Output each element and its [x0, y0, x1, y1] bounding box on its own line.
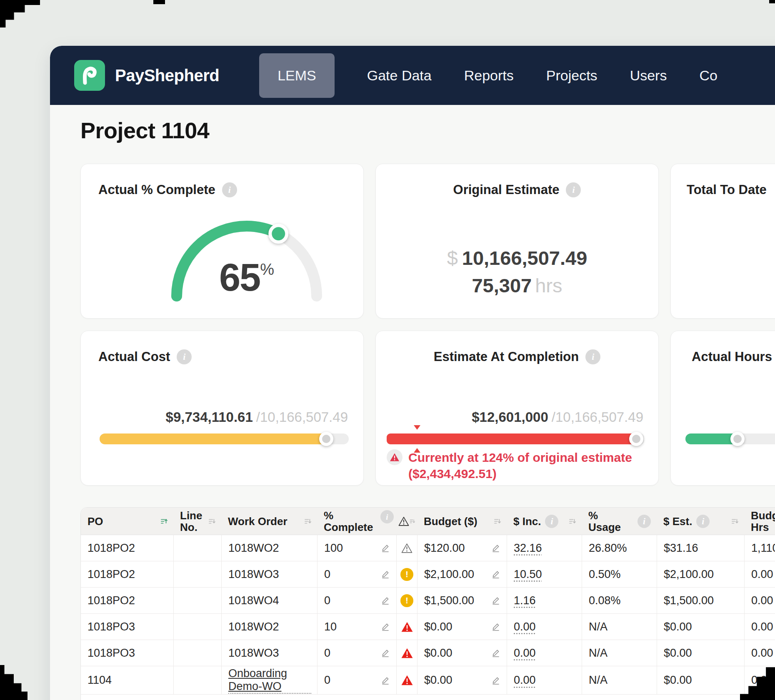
- gauge-knob[interactable]: [270, 225, 287, 242]
- table-row[interactable]: 1018PO3 1018WO2 10 $0.00 0.00 N/A $0.00 …: [81, 614, 775, 640]
- card-estimate-at-completion: Estimate At Completion $12,601,000/10,16…: [375, 331, 659, 486]
- col-header-percent-complete[interactable]: % Complete: [317, 508, 396, 535]
- cell-line-no: [173, 640, 221, 666]
- nav-item-lems[interactable]: LEMS: [259, 53, 335, 98]
- table-row[interactable]: 1018PO2 1018WO4 0 ! $1,500.00 1.16 0.08%…: [81, 588, 775, 614]
- cell-est: $0.00: [657, 666, 744, 694]
- cell-line-no: [173, 666, 221, 694]
- top-nav: PayShepherd LEMS Gate Data Reports Proje…: [50, 46, 775, 105]
- edit-pencil-icon[interactable]: [491, 675, 501, 685]
- card-title-original-estimate: Original Estimate: [453, 182, 560, 197]
- info-icon[interactable]: [177, 349, 192, 364]
- col-header-budg-hrs[interactable]: Budg Hrs: [744, 508, 775, 535]
- table-row[interactable]: 1104 Onboarding Demo-WO 0 $0.00 0.00 N/A…: [81, 666, 775, 695]
- card-title-total-to-date: Total To Date: [687, 182, 767, 197]
- warning-caution-icon: [401, 543, 412, 553]
- table-row-partial: [81, 695, 775, 700]
- nav-item-projects[interactable]: Projects: [546, 67, 598, 84]
- cell-work-order: 1018WO4: [221, 588, 317, 613]
- actual-hours-slider[interactable]: [685, 433, 775, 444]
- nav-item-users[interactable]: Users: [630, 67, 667, 84]
- info-icon[interactable]: [545, 515, 558, 528]
- nav-item-reports[interactable]: Reports: [464, 67, 514, 84]
- nav-item-gate-data[interactable]: Gate Data: [367, 67, 432, 84]
- col-header-warning[interactable]: [396, 508, 417, 535]
- cell-inc[interactable]: 0.00: [507, 666, 582, 694]
- corner-artifact: [769, 0, 775, 3]
- info-icon[interactable]: [696, 515, 710, 528]
- cell-inc[interactable]: 10.50: [507, 561, 582, 587]
- cell-warning: !: [396, 588, 417, 613]
- edit-pencil-icon[interactable]: [491, 543, 501, 553]
- corner-artifact: [0, 0, 40, 27]
- card-actual-cost: Actual Cost $9,734,110.61/10,166,507.49: [80, 331, 364, 486]
- cell-po: 1018PO2: [81, 561, 173, 587]
- alert-triangle-icon: [387, 449, 402, 465]
- sort-asc-icon[interactable]: [160, 518, 168, 525]
- edit-pencil-icon[interactable]: [380, 675, 390, 685]
- cell-est: $0.00: [657, 614, 744, 640]
- sort-icon[interactable]: [409, 518, 415, 524]
- info-icon[interactable]: [222, 182, 237, 197]
- edit-pencil-icon[interactable]: [380, 648, 390, 658]
- cell-budg-hrs: 0.00: [744, 561, 775, 587]
- slider-thumb[interactable]: [730, 432, 745, 446]
- nav-menu: LEMS Gate Data Reports Projects Users Co: [259, 53, 718, 98]
- table-row[interactable]: 1018PO3 1018WO3 0 $0.00 0.00 N/A $0.00 0…: [81, 640, 775, 666]
- edit-pencil-icon[interactable]: [380, 569, 390, 579]
- cell-line-no: [173, 588, 221, 613]
- card-title-estimate-at-completion: Estimate At Completion: [434, 349, 579, 364]
- col-header-inc[interactable]: $ Inc.: [507, 508, 582, 535]
- sort-icon[interactable]: [568, 518, 576, 525]
- col-header-est[interactable]: $ Est.: [657, 508, 744, 535]
- table-row[interactable]: 1018PO2 1018WO2 100 $120.00 32.16 26.80%…: [81, 535, 775, 561]
- card-total-to-date: Total To Date: [670, 164, 775, 319]
- slider-thumb[interactable]: [319, 432, 333, 446]
- sort-icon[interactable]: [493, 518, 501, 525]
- col-header-line-no[interactable]: Line No.: [173, 508, 221, 535]
- col-header-po[interactable]: PO: [81, 508, 173, 535]
- info-icon[interactable]: [566, 182, 581, 197]
- col-header-work-order[interactable]: Work Order: [221, 508, 317, 535]
- cell-inc[interactable]: 1.16: [507, 588, 582, 613]
- payshepherd-logo[interactable]: [74, 60, 105, 91]
- col-header-budget[interactable]: Budget ($): [417, 508, 507, 535]
- cell-inc[interactable]: 32.16: [507, 535, 582, 561]
- edit-pencil-icon[interactable]: [491, 595, 501, 605]
- cell-budget: $0.00: [417, 666, 507, 694]
- nav-item-co[interactable]: Co: [699, 67, 717, 84]
- edit-pencil-icon[interactable]: [491, 569, 501, 579]
- cell-po: 1018PO3: [81, 640, 173, 666]
- sort-icon[interactable]: [208, 518, 215, 525]
- col-header-usage[interactable]: % Usage: [582, 508, 657, 535]
- edit-pencil-icon[interactable]: [380, 622, 390, 632]
- edit-pencil-icon[interactable]: [380, 543, 390, 553]
- cell-inc[interactable]: 0.00: [507, 614, 582, 640]
- cell-inc[interactable]: 0.00: [507, 640, 582, 666]
- eac-slider[interactable]: [387, 433, 644, 444]
- sort-icon[interactable]: [304, 518, 311, 525]
- cell-line-no: [173, 561, 221, 587]
- sort-icon[interactable]: [731, 518, 738, 525]
- edit-pencil-icon[interactable]: [491, 622, 501, 632]
- info-icon[interactable]: [380, 510, 394, 523]
- actual-cost-slider[interactable]: [100, 433, 349, 444]
- edit-pencil-icon[interactable]: [380, 595, 390, 605]
- table-row[interactable]: 1018PO2 1018WO3 0 ! $2,100.00 10.50 0.50…: [81, 561, 775, 588]
- warning-alert-icon: [401, 675, 413, 686]
- work-order-link[interactable]: Onboarding Demo-WO: [228, 667, 311, 694]
- info-icon[interactable]: [638, 515, 651, 528]
- corner-artifact: [153, 0, 165, 4]
- info-icon[interactable]: [585, 349, 600, 364]
- cell-work-order: 1018WO3: [221, 561, 317, 587]
- edit-pencil-icon[interactable]: [491, 648, 501, 658]
- cell-usage: 0.50%: [582, 561, 657, 587]
- cell-budget: $2,100.00: [417, 561, 507, 587]
- cell-po: 1018PO2: [81, 588, 173, 613]
- card-title-actual-percent-complete: Actual % Complete: [98, 182, 215, 197]
- cell-po: 1104: [81, 666, 173, 694]
- cell-est: $1,500.00: [657, 588, 744, 613]
- cell-budget: $0.00: [417, 640, 507, 666]
- currency-symbol: $: [447, 247, 458, 269]
- cell-est: $31.16: [657, 535, 744, 561]
